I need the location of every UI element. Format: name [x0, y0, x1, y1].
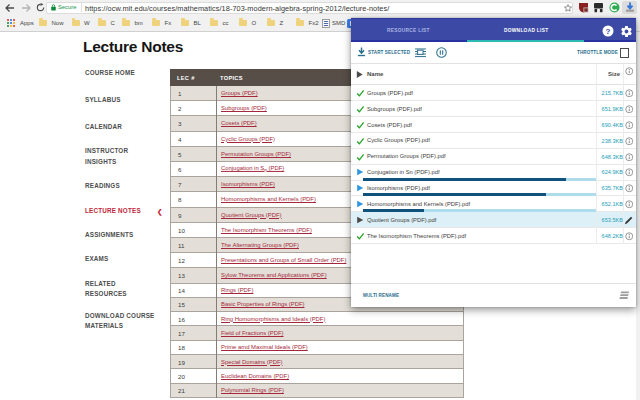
svg-text:?: ? — [606, 27, 611, 36]
